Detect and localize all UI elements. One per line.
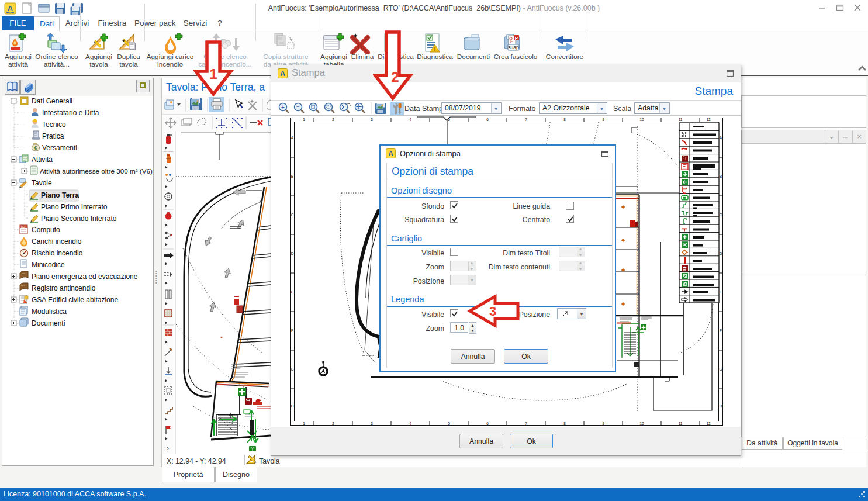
svg-text:2: 2 [332,421,334,426]
svg-text:G: G [719,367,722,371]
svg-text:A: A [291,136,294,140]
svg-text:C: C [291,213,294,217]
svg-text:11: 11 [679,421,683,426]
svg-text:Attività autorimesse oltre 300: Attività autorimesse oltre 300 m² (V6) [40,167,153,175]
svg-text:+: + [281,104,285,110]
svg-text:Tecnico: Tecnico [42,120,66,129]
svg-text:E: E [291,290,294,294]
svg-text:4: 4 [409,118,411,122]
svg-text:10: 10 [639,118,644,122]
svg-text:10: 10 [639,421,644,426]
svg-text:A: A [720,136,722,140]
svg-text:3: 3 [489,304,496,319]
svg-text:€: € [34,145,37,151]
svg-text:F: F [720,329,722,333]
svg-text:8: 8 [563,118,566,122]
svg-text:suap: suap [508,44,519,50]
svg-text:4: 4 [409,421,411,426]
svg-text:P: P [515,36,518,41]
svg-text:Modulistica: Modulistica [32,307,67,316]
svg-text:G: G [291,367,293,371]
svg-text:C: C [720,213,722,217]
svg-text:7: 7 [525,118,527,122]
svg-text:Computo: Computo [32,226,60,234]
svg-text:3: 3 [371,118,373,122]
svg-text:Piano Primo Interrato: Piano Primo Interrato [41,203,108,211]
svg-text:6: 6 [486,421,489,426]
svg-text:Piano Secondo Interrato: Piano Secondo Interrato [41,215,117,223]
svg-text:A: A [280,70,285,78]
svg-text:Minicodice: Minicodice [32,261,65,269]
svg-text:Intestatario e Ditta: Intestatario e Ditta [42,109,99,117]
svg-text:9: 9 [602,118,604,122]
svg-text:!: ! [434,46,436,52]
svg-text:Tavole: Tavole [32,179,52,187]
svg-text:8: 8 [563,421,566,426]
svg-text:Registro antincendio: Registro antincendio [32,284,96,292]
svg-text:9: 9 [602,421,604,426]
svg-text:5: 5 [448,421,450,426]
svg-text:DCF: DCF [21,226,26,229]
svg-text:2: 2 [391,69,399,85]
svg-text:11: 11 [679,118,683,122]
svg-text:A: A [388,150,393,158]
svg-text:F: F [291,329,293,333]
svg-text:B: B [720,174,722,178]
svg-text:Versamenti: Versamenti [42,144,77,152]
svg-text:D: D [291,251,294,255]
svg-text:Dati Generali: Dati Generali [32,97,72,105]
svg-text:1: 1 [303,421,305,426]
svg-text:B: B [291,174,293,178]
svg-text:3: 3 [371,421,373,426]
svg-text:2: 2 [332,118,334,122]
svg-text:1: 1 [209,66,217,82]
svg-text:Carichi incendio: Carichi incendio [32,237,82,246]
svg-text:Piano emergenza ed evacuazione: Piano emergenza ed evacuazione [32,272,138,281]
svg-text:7: 7 [525,421,527,426]
svg-text:6: 6 [486,118,489,122]
svg-text:Pratica: Pratica [42,132,64,140]
svg-text:Rischio incendio: Rischio incendio [32,249,83,257]
svg-text:12: 12 [706,421,711,426]
svg-text:H: H [720,404,722,408]
svg-text:−: − [296,103,300,110]
svg-text:H: H [291,404,294,408]
svg-text:1: 1 [303,118,305,122]
svg-text:Piano Terra: Piano Terra [41,191,79,199]
svg-text:12: 12 [706,118,711,122]
svg-text:›: › [167,444,169,452]
svg-text:Attività: Attività [32,156,53,164]
svg-text:D: D [720,251,722,255]
svg-text:Documenti: Documenti [32,319,65,327]
svg-text:E: E [720,290,722,294]
svg-text:GSA Edifici civile abitazione: GSA Edifici civile abitazione [32,296,118,304]
svg-text:S: S [236,300,238,306]
